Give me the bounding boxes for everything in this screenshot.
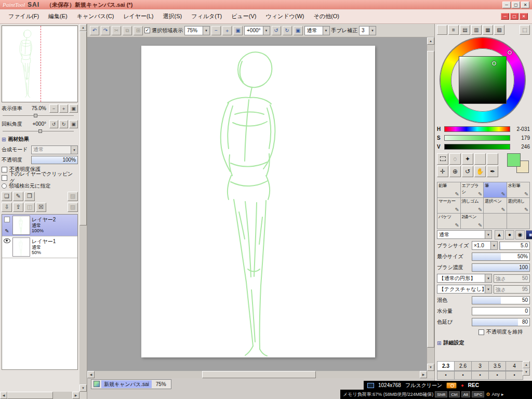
tool-slot-empty[interactable]: [507, 214, 530, 229]
density-slider[interactable]: 100: [472, 263, 530, 272]
zoom-out-button[interactable]: −: [211, 26, 221, 35]
menu-select[interactable]: 選択(S): [159, 11, 187, 21]
eyedropper-tool[interactable]: ✒: [487, 166, 498, 177]
new-layer-folder-icon[interactable]: ❒: [24, 192, 35, 201]
menu-view[interactable]: ビュー(V): [227, 11, 260, 21]
zoom-slider[interactable]: [3, 114, 74, 117]
layer-thumbnail[interactable]: [12, 237, 30, 257]
transfer-down-icon[interactable]: ⇩: [2, 203, 12, 212]
canvas-vertical-scrollbar[interactable]: ▲ ▼: [427, 37, 434, 371]
rgb-slider-tab[interactable]: ≡: [448, 25, 459, 35]
expand-box-icon[interactable]: ⊞: [437, 340, 441, 346]
cut-button[interactable]: ✂: [112, 26, 121, 35]
scroll-up-icon[interactable]: ▲: [79, 24, 87, 31]
preset-size[interactable]: 2.6: [454, 361, 472, 371]
menu-others[interactable]: その他(O): [309, 11, 343, 21]
tool-airbrush[interactable]: エアブラシ✎: [461, 182, 484, 198]
copy-button[interactable]: ⧉: [123, 26, 132, 35]
tool-select-pen[interactable]: 選択ペン✎: [484, 198, 507, 214]
document-tab-name[interactable]: 新規キャンバス.sai: [101, 380, 152, 388]
panel-extra-tab[interactable]: ⬚: [520, 25, 530, 35]
rotate-ccw-button[interactable]: ↺: [272, 26, 281, 35]
keep-opacity-checkbox[interactable]: [478, 329, 484, 335]
rotate-cw-button[interactable]: ↻: [59, 120, 68, 128]
layer-thumbnail[interactable]: [12, 216, 30, 235]
left-panel-vertical-scrollbar[interactable]: ▲ ▼: [79, 24, 87, 392]
move-tool[interactable]: ✛: [437, 166, 448, 177]
sv-marker[interactable]: [492, 61, 496, 65]
new-linework-layer-icon[interactable]: ✎: [13, 192, 23, 201]
preset-size[interactable]: 2.3: [437, 361, 455, 371]
preset-slot[interactable]: •: [506, 371, 523, 380]
chevron-down-icon[interactable]: ▼: [263, 26, 270, 35]
water-slider[interactable]: 0: [472, 307, 530, 315]
paste-button[interactable]: ⊞: [134, 26, 143, 35]
preset-scroll[interactable]: ▲ ▼: [523, 361, 530, 380]
hue-marker[interactable]: [508, 50, 512, 55]
color-wheel-tab[interactable]: [437, 25, 447, 35]
zoom-out-button[interactable]: −: [49, 104, 58, 113]
saturation-value-box[interactable]: [459, 56, 507, 104]
brush-tip-triangle-icon[interactable]: ▲: [495, 230, 504, 240]
magic-wand-tool[interactable]: ✦: [462, 153, 473, 165]
min-size-slider[interactable]: 50%: [472, 252, 530, 261]
preset-slot[interactable]: •: [471, 371, 489, 380]
document-tab[interactable]: 新規キャンバス.sai 75%: [91, 379, 171, 389]
saturation-slider[interactable]: [444, 135, 510, 141]
menu-window[interactable]: ウィンドウ(W): [261, 11, 308, 21]
primary-color-swatch[interactable]: [507, 153, 521, 167]
preset-size[interactable]: 3: [471, 361, 489, 371]
zoom-reset-button[interactable]: ▣: [69, 104, 78, 113]
layer-mask-icon[interactable]: ▨: [68, 192, 78, 201]
chevron-down-icon[interactable]: ▼: [485, 274, 491, 282]
tool-binary-pen[interactable]: 2値ペン✎: [461, 214, 484, 229]
hand-tool[interactable]: ✋: [474, 166, 486, 177]
material-effect-header[interactable]: ⊞ 画材効果: [2, 136, 78, 143]
preset-slot[interactable]: •: [454, 371, 472, 380]
scroll-up-icon[interactable]: ▲: [523, 361, 530, 368]
hue-slider[interactable]: [444, 126, 510, 132]
scroll-down-icon[interactable]: ▼: [427, 364, 434, 371]
menu-filter[interactable]: フィルタ(T): [187, 11, 226, 21]
advanced-settings-header[interactable]: ⊞ 詳細設定: [437, 339, 530, 347]
protect-opacity-checkbox[interactable]: [2, 167, 7, 172]
undo-button[interactable]: ↶: [90, 26, 99, 35]
lasso-tool[interactable]: ◌: [449, 153, 461, 165]
menu-edit[interactable]: 編集(E): [44, 11, 72, 21]
rect-select-tool[interactable]: [437, 153, 448, 165]
child-maximize-icon[interactable]: ▢: [510, 13, 518, 20]
brush-size-slider[interactable]: 5.0: [499, 242, 530, 250]
value-slider[interactable]: [444, 144, 510, 150]
tool-pencil[interactable]: 鉛筆✎: [437, 182, 461, 198]
tool-slot-empty[interactable]: [474, 153, 486, 165]
texture-strength-slider[interactable]: 強さ 95: [494, 285, 530, 294]
menu-layer[interactable]: レイヤー(L): [119, 11, 157, 21]
tool-slot-empty[interactable]: [484, 214, 507, 229]
scroll-left-icon[interactable]: ◀: [0, 392, 7, 399]
scroll-left-icon[interactable]: ◀: [87, 371, 95, 378]
stabilizer-combo[interactable]: 3 ▼: [359, 26, 376, 35]
preset-slot[interactable]: •: [437, 371, 455, 380]
tool-bucket[interactable]: バケツ✎: [437, 214, 461, 229]
tool-eraser[interactable]: 消しゴム✎: [461, 198, 484, 214]
child-minimize-icon[interactable]: ─: [501, 13, 509, 20]
shape-strength-slider[interactable]: 強さ 50: [494, 274, 530, 283]
menu-canvas[interactable]: キャンバス(C): [73, 11, 118, 21]
zoom-in-button[interactable]: ＋: [222, 26, 232, 35]
color-stretch-slider[interactable]: 80: [472, 318, 530, 326]
delete-layer-icon[interactable]: ☒: [36, 203, 46, 212]
layer-row-1[interactable]: レイヤー1 通常 50%: [2, 236, 77, 258]
selection-source-radio[interactable]: [2, 183, 7, 189]
brush-tip-soft-icon[interactable]: ◉: [515, 230, 525, 240]
layer-effect-icon[interactable]: ▨: [68, 203, 78, 212]
tool-select-eraser[interactable]: 選択消し✎: [507, 198, 530, 214]
chevron-down-icon[interactable]: ▼: [71, 146, 77, 154]
chevron-down-icon[interactable]: ▼: [203, 26, 209, 35]
zoom-reset-button[interactable]: ▣: [233, 26, 243, 35]
brush-mode-select[interactable]: 通常 ▼: [437, 230, 492, 239]
brush-tip-square-icon[interactable]: ■: [526, 230, 532, 240]
navigator[interactable]: [2, 25, 78, 102]
selection-view-checkbox[interactable]: ✓: [144, 28, 150, 33]
color-wheel[interactable]: [437, 36, 530, 125]
maximize-icon[interactable]: ▢: [512, 2, 520, 8]
